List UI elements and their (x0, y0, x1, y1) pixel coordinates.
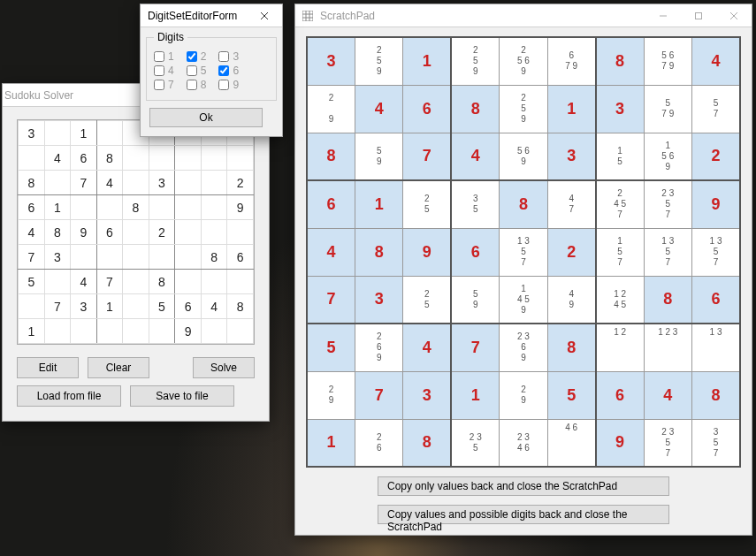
solver-cell[interactable]: 1 (71, 121, 97, 146)
solver-cell[interactable]: 8 (201, 245, 227, 270)
scratchpad-cell[interactable]: 8 (355, 228, 402, 276)
solver-cell[interactable] (175, 195, 202, 220)
scratchpad-cell[interactable]: 7 (451, 324, 499, 371)
solver-cell[interactable] (175, 245, 202, 270)
scratchpad-cell[interactable]: 3 (596, 85, 644, 133)
copy-values-button[interactable]: Copy only values back and close the Scra… (378, 476, 669, 496)
solver-cell[interactable]: 2 (227, 171, 254, 195)
solver-cell[interactable] (149, 245, 175, 270)
solver-cell[interactable]: 9 (227, 195, 254, 220)
solver-cell[interactable] (201, 171, 227, 195)
save-to-file-button[interactable]: Save to file (130, 385, 234, 407)
scratchpad-cell[interactable]: 8 (451, 85, 499, 133)
scratchpad-cell[interactable]: 5 6 7 9 (644, 37, 691, 85)
solver-cell[interactable]: 8 (123, 195, 149, 220)
solver-cell[interactable] (149, 319, 175, 344)
scratchpad-cell[interactable]: 1 3 5 7 (692, 228, 741, 276)
solver-cell[interactable] (44, 171, 71, 195)
digitset-titlebar[interactable]: DigitSetEditorForm (141, 4, 282, 27)
solver-cell[interactable]: 6 (227, 245, 254, 270)
scratchpad-cell[interactable]: 7 (355, 371, 402, 419)
scratchpad-cell[interactable]: 5 (307, 324, 355, 371)
scratchpad-cell[interactable]: 2 6 (355, 419, 402, 467)
solve-button[interactable]: Solve (193, 357, 255, 378)
scratchpad-cell[interactable]: 5 7 (692, 85, 741, 133)
solver-cell[interactable]: 4 (44, 146, 71, 171)
checkbox[interactable] (154, 51, 164, 62)
solver-cell[interactable] (44, 121, 71, 146)
solver-cell[interactable] (44, 319, 71, 344)
close-button[interactable] (716, 4, 752, 27)
solver-cell[interactable] (71, 195, 97, 220)
solver-cell[interactable]: 3 (149, 171, 175, 195)
solver-cell[interactable] (149, 195, 175, 220)
solver-cell[interactable]: 6 (96, 220, 123, 245)
solver-cell[interactable]: 3 (44, 245, 71, 270)
digit-checkbox-3[interactable]: 3 (218, 50, 239, 63)
solver-cell[interactable]: 9 (71, 220, 97, 245)
scratchpad-cell[interactable]: 2 3 5 (451, 419, 499, 467)
digit-checkbox-7[interactable]: 7 (154, 79, 174, 91)
load-from-file-button[interactable]: Load from file (17, 385, 121, 407)
scratchpad-cell[interactable]: 1 3 5 7 (500, 228, 547, 276)
ok-button[interactable]: Ok (149, 108, 263, 127)
solver-cell[interactable]: 8 (19, 171, 45, 195)
checkbox[interactable] (218, 80, 229, 90)
scratchpad-cell[interactable]: 9 (596, 419, 644, 467)
solver-cell[interactable] (175, 270, 202, 294)
solver-cell[interactable] (19, 294, 45, 319)
scratchpad-cell[interactable]: 2 9 (307, 371, 355, 419)
scratchpad-cell[interactable]: 2 5 (403, 276, 451, 324)
scratchpad-cell[interactable]: 2 3 5 7 (644, 180, 691, 228)
solver-cell[interactable]: 7 (19, 245, 45, 270)
solver-cell[interactable] (96, 121, 123, 146)
solver-cell[interactable] (96, 195, 123, 220)
solver-cell[interactable] (175, 220, 202, 245)
scratchpad-cell[interactable]: 1 (355, 180, 402, 228)
scratchpad-cell[interactable]: 8 (596, 37, 644, 85)
checkbox[interactable] (187, 80, 197, 90)
scratchpad-cell[interactable]: 2 3 6 9 (500, 324, 547, 371)
scratchpad-cell[interactable]: 2 3 4 6 (500, 419, 547, 467)
scratchpad-cell[interactable]: 2 9 (307, 85, 355, 133)
scratchpad-cell[interactable]: 1 3 5 7 (644, 228, 691, 276)
solver-cell[interactable]: 3 (71, 294, 97, 319)
scratch-titlebar[interactable]: ScratchPad (295, 4, 752, 27)
solver-cell[interactable]: 1 (96, 294, 123, 319)
scratchpad-grid[interactable]: 32 5 912 5 92 5 6 96 7 985 6 7 942 94682… (306, 36, 741, 468)
solver-cell[interactable] (123, 319, 149, 344)
scratchpad-cell[interactable]: 3 (355, 276, 402, 324)
solver-cell[interactable]: 7 (71, 171, 97, 195)
scratchpad-cell[interactable]: 5 7 9 (644, 85, 691, 133)
scratchpad-cell[interactable]: 8 (500, 180, 547, 228)
scratchpad-cell[interactable]: 5 (547, 371, 595, 419)
minimize-button[interactable] (645, 4, 681, 27)
digit-checkbox-1[interactable]: 1 (154, 50, 174, 63)
solver-cell[interactable]: 4 (96, 171, 123, 195)
scratchpad-cell[interactable]: 6 (451, 228, 499, 276)
solver-cell[interactable] (123, 270, 149, 294)
scratchpad-cell[interactable]: 1 2 4 5 (596, 276, 644, 324)
scratchpad-cell[interactable]: 2 (692, 133, 741, 180)
scratchpad-cell[interactable]: 2 5 (403, 180, 451, 228)
solver-cell[interactable] (227, 146, 254, 171)
solver-cell[interactable] (71, 245, 97, 270)
solver-cell[interactable]: 8 (149, 270, 175, 294)
solver-cell[interactable] (96, 319, 123, 344)
solver-cell[interactable]: 6 (19, 195, 45, 220)
solver-cell[interactable] (19, 146, 45, 171)
scratchpad-cell[interactable]: 5 9 (451, 276, 499, 324)
solver-cell[interactable] (149, 146, 175, 171)
scratchpad-cell[interactable]: 8 (547, 324, 595, 371)
scratchpad-cell[interactable]: 1 (547, 85, 595, 133)
digit-checkbox-8[interactable]: 8 (187, 79, 207, 91)
scratchpad-cell[interactable]: 2 4 5 7 (596, 180, 644, 228)
scratchpad-cell[interactable]: 6 (692, 276, 741, 324)
scratchpad-cell[interactable]: 9 (692, 180, 741, 228)
solver-cell[interactable]: 6 (71, 146, 97, 171)
solver-cell[interactable]: 2 (149, 220, 175, 245)
scratchpad-cell[interactable]: 2 5 9 (451, 37, 499, 85)
solver-cell[interactable]: 4 (71, 270, 97, 294)
scratchpad-cell[interactable]: 6 (307, 180, 355, 228)
solver-cell[interactable]: 4 (19, 220, 45, 245)
